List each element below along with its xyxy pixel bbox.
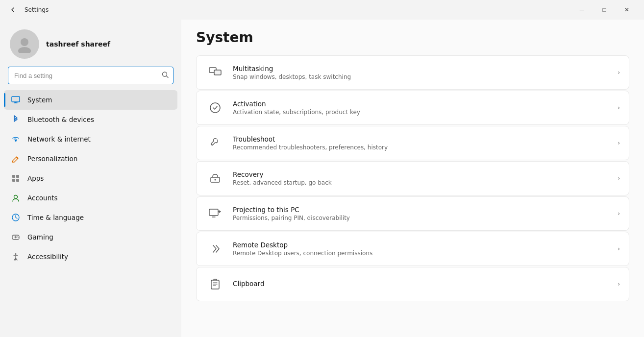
sidebar-item-apps[interactable]: Apps: [4, 168, 177, 188]
svg-rect-27: [211, 280, 219, 289]
user-section: tashreef shareef: [0, 20, 181, 67]
svg-rect-9: [12, 179, 15, 182]
titlebar: Settings ─ □ ✕: [0, 0, 644, 20]
svg-point-18: [15, 253, 17, 255]
back-button[interactable]: [6, 3, 20, 17]
remotedesktop-icon: [205, 239, 225, 259]
troubleshoot-title: Troubleshoot: [233, 135, 610, 143]
svg-point-16: [17, 237, 18, 238]
avatar: [10, 29, 39, 59]
activation-desc: Activation state, subscriptions, product…: [233, 109, 610, 116]
clipboard-title: Clipboard: [233, 280, 610, 288]
gaming-icon: [11, 232, 21, 242]
troubleshoot-text: Troubleshoot Recommended troubleshooters…: [233, 135, 610, 151]
svg-rect-10: [16, 179, 19, 182]
clipboard-icon: [205, 274, 225, 294]
setting-projecting[interactable]: Projecting to this PC Permissions, pairi…: [196, 196, 629, 231]
sidebar-item-system-label: System: [27, 96, 52, 104]
multitasking-text: Multitasking Snap windows, desktops, tas…: [233, 65, 610, 80]
multitasking-desc: Snap windows, desktops, task switching: [233, 73, 610, 80]
system-icon: [11, 95, 21, 105]
activation-title: Activation: [233, 100, 610, 108]
remotedesktop-title: Remote Desktop: [233, 241, 610, 249]
svg-point-0: [21, 38, 28, 46]
svg-rect-20: [214, 70, 221, 75]
time-icon: [11, 213, 21, 222]
recovery-title: Recovery: [233, 170, 610, 178]
search-box: [8, 67, 173, 84]
svg-point-22: [212, 144, 213, 145]
recovery-icon: [205, 168, 225, 188]
troubleshoot-chevron: ›: [618, 140, 620, 146]
svg-rect-7: [12, 175, 15, 178]
sidebar-item-bluetooth[interactable]: Bluetooth & devices: [4, 110, 177, 129]
setting-recovery[interactable]: Recovery Reset, advanced startup, go bac…: [196, 161, 629, 195]
bluetooth-icon: [11, 115, 21, 124]
setting-troubleshoot[interactable]: Troubleshoot Recommended troubleshooters…: [196, 126, 629, 160]
sidebar-item-gaming-label: Gaming: [27, 233, 53, 241]
close-button[interactable]: ✕: [616, 2, 638, 18]
sidebar-item-network[interactable]: Network & internet: [4, 129, 177, 149]
recovery-text: Recovery Reset, advanced startup, go bac…: [233, 170, 610, 186]
sidebar-item-accounts[interactable]: Accounts: [4, 188, 177, 208]
troubleshoot-icon: [205, 133, 225, 153]
recovery-chevron: ›: [618, 175, 620, 182]
svg-rect-8: [16, 175, 19, 178]
sidebar-item-personalization[interactable]: Personalization: [4, 149, 177, 168]
sidebar-item-network-label: Network & internet: [27, 135, 91, 143]
sidebar-item-accessibility[interactable]: Accessibility: [4, 247, 177, 266]
multitasking-title: Multitasking: [233, 65, 610, 72]
sidebar-item-accessibility-label: Accessibility: [27, 253, 68, 261]
svg-point-21: [210, 103, 220, 113]
maximize-button[interactable]: □: [593, 2, 616, 18]
projecting-title: Projecting to this PC: [233, 206, 610, 214]
accessibility-icon: [11, 252, 21, 262]
page-title: System: [196, 29, 629, 46]
app-title: Settings: [25, 6, 566, 13]
multitasking-chevron: ›: [618, 69, 620, 76]
setting-remotedesktop[interactable]: Remote Desktop Remote Desktop users, con…: [196, 232, 629, 266]
projecting-text: Projecting to this PC Permissions, pairi…: [233, 206, 610, 221]
sidebar-item-gaming[interactable]: Gaming: [4, 227, 177, 247]
search-input[interactable]: [8, 67, 173, 84]
personalization-icon: [11, 154, 21, 164]
activation-text: Activation Activation state, subscriptio…: [233, 100, 610, 116]
accounts-icon: [11, 193, 21, 203]
sidebar-item-personalization-label: Personalization: [27, 155, 77, 163]
minimize-button[interactable]: ─: [570, 2, 593, 18]
svg-rect-4: [12, 96, 20, 102]
multitasking-icon: [205, 63, 225, 82]
setting-multitasking[interactable]: Multitasking Snap windows, desktops, tas…: [196, 55, 629, 90]
remotedesktop-text: Remote Desktop Remote Desktop users, con…: [233, 241, 610, 257]
user-name: tashreef shareef: [46, 40, 110, 48]
svg-point-24: [215, 179, 216, 181]
clipboard-chevron: ›: [618, 281, 620, 288]
settings-list: Multitasking Snap windows, desktops, tas…: [196, 55, 629, 301]
setting-clipboard[interactable]: Clipboard ›: [196, 267, 629, 301]
network-icon: [11, 134, 21, 144]
nav-list: System Bluetooth & devices: [0, 90, 181, 266]
svg-rect-25: [209, 209, 218, 216]
projecting-chevron: ›: [618, 210, 620, 217]
projecting-desc: Permissions, pairing PIN, discoverabilit…: [233, 215, 610, 221]
main-content: System Multitasking Snap windows, deskto…: [181, 20, 644, 337]
window-controls: ─ □ ✕: [570, 2, 638, 18]
remotedesktop-chevron: ›: [618, 245, 620, 252]
sidebar: tashreef shareef: [0, 20, 181, 337]
activation-icon: [205, 98, 225, 118]
sidebar-item-time-label: Time & language: [27, 214, 84, 221]
troubleshoot-desc: Recommended troubleshooters, preferences…: [233, 144, 610, 151]
app-body: tashreef shareef: [0, 20, 644, 337]
clipboard-text: Clipboard: [233, 280, 610, 289]
sidebar-item-system[interactable]: System: [4, 90, 177, 110]
setting-activation[interactable]: Activation Activation state, subscriptio…: [196, 91, 629, 125]
recovery-desc: Reset, advanced startup, go back: [233, 179, 610, 186]
sidebar-item-time[interactable]: Time & language: [4, 208, 177, 227]
sidebar-item-bluetooth-label: Bluetooth & devices: [27, 116, 94, 123]
sidebar-item-accounts-label: Accounts: [27, 194, 58, 202]
svg-point-11: [14, 195, 18, 199]
sidebar-item-apps-label: Apps: [27, 174, 44, 182]
projecting-icon: [205, 204, 225, 223]
remotedesktop-desc: Remote Desktop users, connection permiss…: [233, 250, 610, 257]
apps-icon: [11, 173, 21, 183]
